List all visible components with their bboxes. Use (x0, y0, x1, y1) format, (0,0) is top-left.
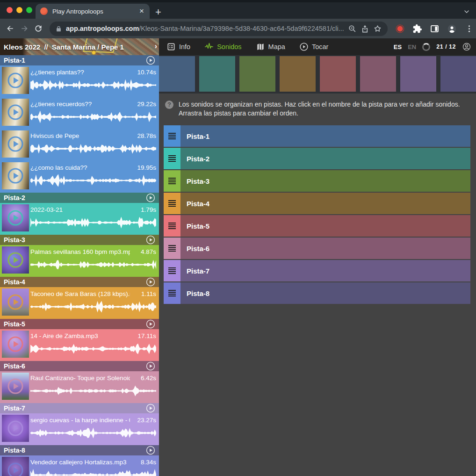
clip-play-icon[interactable] (7, 167, 24, 184)
track-row[interactable]: Pista-7 (164, 260, 470, 281)
breadcrumb-session[interactable]: Santa Marina / Pepe 1 (52, 43, 124, 51)
track-play-icon[interactable] (146, 193, 155, 202)
clip-thumbnail[interactable] (2, 457, 29, 476)
clip-thumbnail[interactable] (2, 288, 29, 316)
sidebar-track-header[interactable]: Pista-5 (0, 319, 159, 329)
track-row-body[interactable]: Pista-4 (180, 193, 470, 214)
audio-clip[interactable]: Taconeo de Sara Baras (128 kbps).mp3 1.1… (0, 287, 159, 319)
clip-waveform[interactable] (30, 142, 156, 156)
track-play-icon[interactable] (146, 404, 155, 413)
clip-waveform[interactable] (30, 258, 156, 272)
tab-close-icon[interactable]: × (138, 7, 145, 15)
drag-handle[interactable] (164, 215, 180, 237)
track-row-body[interactable]: Pista-7 (180, 260, 470, 281)
track-color-swatch[interactable] (239, 56, 275, 92)
clip-waveform[interactable] (30, 384, 156, 398)
track-row[interactable]: Pista-2 (164, 148, 470, 169)
track-row[interactable]: Pista-1 (164, 125, 470, 147)
tab-tocar[interactable]: Tocar (299, 42, 328, 51)
track-row-body[interactable]: Pista-2 (180, 148, 470, 169)
clip-waveform[interactable] (30, 426, 156, 440)
drag-handle[interactable] (164, 148, 180, 169)
zoom-out-icon[interactable] (348, 24, 357, 33)
reload-button[interactable] (33, 23, 44, 34)
new-tab-button[interactable]: + (155, 6, 161, 18)
track-row-body[interactable]: Pista-8 (180, 282, 470, 304)
sidebar-track-header[interactable]: Pista-2 (0, 193, 159, 203)
track-play-icon[interactable] (146, 277, 155, 287)
sidebar-track-header[interactable]: Pista-3 (0, 235, 159, 245)
track-row-body[interactable]: Pista-6 (180, 238, 470, 259)
drag-handle[interactable] (164, 282, 180, 304)
tab-info[interactable]: Info (166, 42, 190, 51)
split-view-icon[interactable] (430, 24, 440, 34)
clip-thumbnail[interactable] (2, 415, 29, 442)
lang-en-button[interactable]: EN (408, 43, 416, 50)
drag-handle[interactable] (164, 260, 180, 281)
clip-play-icon[interactable] (7, 104, 24, 121)
minimize-window-button[interactable] (16, 7, 22, 13)
clip-waveform[interactable] (30, 468, 156, 476)
account-circle-icon[interactable] (462, 42, 471, 51)
zoom-window-button[interactable] (26, 7, 32, 13)
track-color-swatch[interactable] (280, 56, 316, 92)
track-color-swatch[interactable] (400, 56, 436, 92)
close-window-button[interactable] (7, 7, 13, 13)
track-row[interactable]: Pista-6 (164, 238, 470, 259)
audio-clip[interactable]: Vendedor callejero Hortalizas.mp3 8.34s (0, 455, 159, 476)
clip-thumbnail[interactable] (2, 162, 29, 189)
clip-thumbnail[interactable] (2, 246, 29, 274)
tab-mapa[interactable]: Mapa (256, 42, 285, 51)
track-play-icon[interactable] (146, 56, 155, 65)
profile-avatar-icon[interactable] (447, 24, 457, 34)
sidebar-track-header[interactable]: Pista-8 (0, 445, 159, 455)
clip-thumbnail[interactable] (2, 67, 29, 94)
track-color-swatch[interactable] (360, 56, 396, 92)
clip-play-icon[interactable] (7, 72, 24, 89)
drag-handle[interactable] (164, 238, 180, 259)
clip-waveform[interactable] (30, 78, 156, 92)
track-color-swatch[interactable] (320, 56, 356, 92)
track-color-swatch[interactable] (199, 56, 235, 92)
extensions-puzzle-icon[interactable] (412, 24, 422, 34)
clip-play-icon[interactable] (7, 209, 24, 226)
audio-clip[interactable]: ¿¿tienes recuerdos?? 29.22s (0, 97, 159, 129)
track-play-icon[interactable] (146, 446, 155, 455)
clip-play-icon[interactable] (7, 336, 24, 353)
recording-extension-icon[interactable] (395, 24, 405, 34)
drag-handle[interactable] (164, 193, 180, 214)
clip-play-icon[interactable] (7, 420, 24, 437)
clip-thumbnail[interactable] (2, 373, 29, 400)
back-button[interactable] (5, 23, 16, 34)
audio-clip[interactable]: 14 - Aire de Zamba.mp3 17.11s (0, 329, 159, 361)
track-row-body[interactable]: Pista-1 (180, 125, 470, 147)
track-row[interactable]: Pista-5 (164, 215, 470, 237)
clip-waveform[interactable] (30, 173, 156, 188)
help-question-icon[interactable]: ? (165, 101, 173, 109)
clip-thumbnail[interactable] (2, 331, 29, 358)
drag-handle[interactable] (164, 170, 180, 192)
clip-waveform[interactable] (30, 110, 156, 124)
track-play-icon[interactable] (146, 235, 155, 245)
audio-clip[interactable]: 2022-03-21 1.79s (0, 203, 159, 235)
clip-waveform[interactable] (30, 216, 156, 230)
kebab-menu-icon[interactable] (464, 24, 474, 34)
track-color-swatch[interactable] (159, 56, 195, 92)
clip-play-icon[interactable] (7, 462, 24, 476)
sidebar-track-header[interactable]: Pista-1 (0, 55, 159, 65)
track-row[interactable]: Pista-4 (164, 193, 470, 214)
track-row[interactable]: Pista-3 (164, 170, 470, 192)
sidebar-track-header[interactable]: Pista-6 (0, 361, 159, 371)
audio-clip[interactable]: ¿¿tienes plantas?? 10.74s (0, 65, 159, 97)
clip-waveform[interactable] (30, 300, 156, 314)
clip-play-icon[interactable] (7, 294, 24, 310)
track-row[interactable]: Pista-8 (164, 282, 470, 304)
clip-play-icon[interactable] (7, 136, 24, 152)
breadcrumb-project[interactable]: Kleos 2022 (4, 43, 40, 51)
clip-thumbnail[interactable] (2, 130, 29, 158)
audio-clip[interactable]: ¿¿como las cuida?? 19.95s (0, 161, 159, 193)
browser-tab[interactable]: Play Antropoloops × (36, 4, 150, 19)
clip-waveform[interactable] (30, 342, 156, 356)
sidebar-track-header[interactable]: Pista-4 (0, 277, 159, 287)
audio-clip[interactable]: Hiviscus de Pepe 28.78s (0, 129, 159, 161)
